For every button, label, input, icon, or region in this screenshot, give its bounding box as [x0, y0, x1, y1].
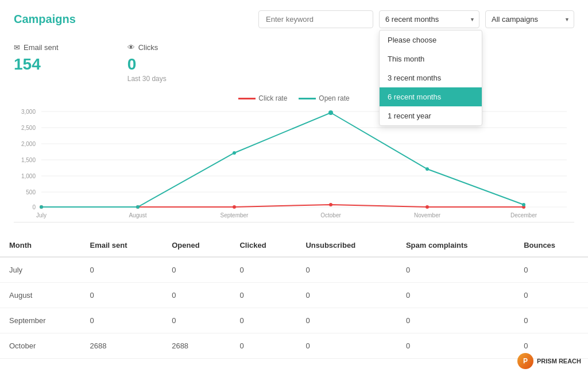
table-header: Month Email sent Opened Clicked Unsubscr…	[0, 234, 588, 257]
table-row: September000000	[0, 308, 588, 333]
dropdown-item-1-recent-year[interactable]: 1 recent year	[380, 106, 482, 125]
cell-opened: 0	[163, 257, 230, 283]
period-select[interactable]: Please choose This month 3 recent months…	[379, 10, 479, 28]
chart-legend: Click rate Open rate	[14, 94, 574, 102]
svg-text:November: November	[414, 212, 441, 218]
clicks-sublabel: Last 30 days	[127, 75, 167, 83]
campaigns-select[interactable]: All campaigns	[485, 10, 574, 28]
dropdown-item-3-recent-months[interactable]: 3 recent months	[380, 68, 482, 87]
email-sent-label: ✉ Email sent	[14, 43, 59, 52]
cell-email_sent: 2688	[81, 333, 163, 359]
svg-point-28	[233, 151, 236, 155]
clicks-icon: 👁	[127, 43, 135, 52]
cell-email_sent: 0	[81, 308, 163, 333]
svg-point-27	[136, 205, 140, 209]
click-rate-label: Click rate	[258, 94, 287, 102]
email-sent-value: 154	[14, 55, 59, 74]
click-rate-line-legend	[238, 98, 256, 99]
cell-spam_complaints: 0	[397, 283, 514, 308]
stats-row: ✉ Email sent 154 👁 Clicks 0 Last 30 days	[0, 34, 588, 89]
period-select-wrapper[interactable]: Please choose This month 3 recent months…	[379, 10, 479, 28]
legend-click-rate: Click rate	[238, 94, 287, 102]
legend-open-rate: Open rate	[299, 94, 349, 102]
svg-point-23	[329, 203, 332, 206]
cell-unsubscribed: 0	[296, 333, 396, 359]
page: Campaigns Please choose This month 3 rec…	[0, 0, 588, 376]
col-email-sent: Email sent	[81, 234, 163, 257]
cell-month: September	[0, 308, 81, 333]
svg-text:October: October	[320, 212, 341, 218]
branding: P PRISM REACH	[517, 353, 581, 369]
chart-area: Click rate Open rate 3,000 2,500 2,000 1…	[0, 89, 588, 222]
cell-email_sent: 0	[81, 257, 163, 283]
cell-opened: 0	[163, 308, 230, 333]
cell-bounces: 0	[514, 257, 588, 283]
header: Campaigns Please choose This month 3 rec…	[0, 0, 588, 34]
clicks-label: 👁 Clicks	[127, 43, 167, 52]
dropdown-item-6-recent-months[interactable]: 6 recent months	[380, 87, 482, 106]
cell-clicked: 0	[230, 308, 296, 333]
cell-spam_complaints: 0	[397, 257, 514, 283]
table-header-row: Month Email sent Opened Clicked Unsubscr…	[0, 234, 588, 257]
cell-spam_complaints: 0	[397, 308, 514, 333]
clicks-value: 0	[127, 55, 167, 74]
col-month: Month	[0, 234, 81, 257]
email-icon: ✉	[14, 43, 20, 52]
cell-opened: 2688	[163, 333, 230, 359]
svg-point-22	[233, 205, 236, 209]
table-row: August000000	[0, 283, 588, 308]
cell-month: October	[0, 333, 81, 359]
svg-text:December: December	[510, 212, 537, 218]
cell-email_sent: 0	[81, 283, 163, 308]
table-body: July000000August000000September000000Oct…	[0, 257, 588, 359]
svg-text:2,500: 2,500	[21, 125, 36, 131]
chart-svg: 3,000 2,500 2,000 1,500 1,000 500 0 July…	[14, 107, 574, 222]
page-title: Campaigns	[14, 13, 76, 26]
cell-clicked: 0	[230, 257, 296, 283]
brand-icon: P	[517, 353, 533, 369]
dropdown-item-please-choose[interactable]: Please choose	[380, 30, 482, 49]
col-spam-complaints: Spam complaints	[397, 234, 514, 257]
email-sent-stat: ✉ Email sent 154	[14, 43, 59, 83]
svg-text:September: September	[220, 212, 249, 218]
svg-text:500: 500	[26, 189, 36, 195]
svg-point-30	[425, 167, 429, 171]
cell-bounces: 0	[514, 283, 588, 308]
cell-clicked: 0	[230, 333, 296, 359]
campaigns-select-wrapper[interactable]: All campaigns	[485, 10, 574, 28]
table-row: July000000	[0, 257, 588, 283]
svg-point-29	[328, 110, 333, 115]
col-clicked: Clicked	[230, 234, 296, 257]
svg-point-24	[425, 205, 429, 209]
svg-point-31	[522, 203, 525, 206]
cell-unsubscribed: 0	[296, 308, 396, 333]
svg-text:July: July	[36, 212, 47, 218]
cell-unsubscribed: 0	[296, 283, 396, 308]
period-dropdown: Please choose This month 3 recent months…	[379, 30, 482, 126]
svg-text:1,000: 1,000	[21, 173, 36, 179]
open-rate-label: Open rate	[319, 94, 349, 102]
svg-text:3,000: 3,000	[21, 109, 36, 115]
svg-text:1,500: 1,500	[21, 157, 36, 163]
chart-container: 3,000 2,500 2,000 1,500 1,000 500 0 July…	[14, 107, 574, 222]
brand-name: PRISM REACH	[537, 358, 581, 365]
cell-month: July	[0, 257, 81, 283]
table-row: October268826880000	[0, 333, 588, 359]
svg-point-26	[40, 205, 43, 209]
svg-text:2,000: 2,000	[21, 141, 36, 147]
dropdown-item-this-month[interactable]: This month	[380, 49, 482, 68]
svg-text:0: 0	[32, 204, 36, 210]
data-table: Month Email sent Opened Clicked Unsubscr…	[0, 234, 588, 359]
cell-clicked: 0	[230, 283, 296, 308]
cell-unsubscribed: 0	[296, 257, 396, 283]
header-controls: Please choose This month 3 recent months…	[258, 10, 574, 28]
search-input[interactable]	[258, 10, 373, 28]
open-rate-line-legend	[299, 98, 316, 99]
col-unsubscribed: Unsubscribed	[296, 234, 396, 257]
cell-month: August	[0, 283, 81, 308]
cell-spam_complaints: 0	[397, 333, 514, 359]
col-bounces: Bounces	[514, 234, 588, 257]
svg-text:August: August	[129, 212, 146, 218]
table-divider	[14, 222, 574, 222]
cell-bounces: 0	[514, 308, 588, 333]
